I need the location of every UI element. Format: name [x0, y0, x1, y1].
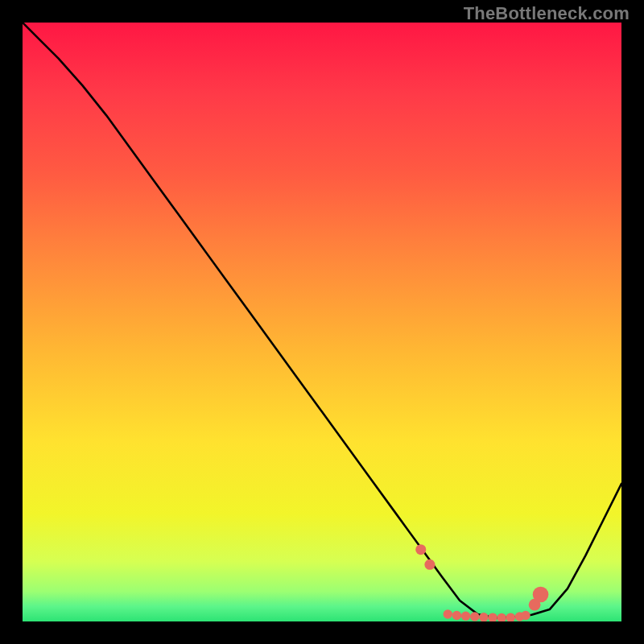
marker-dot	[415, 544, 426, 555]
marker-dot	[461, 612, 470, 621]
marker-dot	[452, 611, 461, 620]
marker-dot	[479, 613, 488, 621]
gradient-background	[23, 23, 621, 621]
watermark-label: TheBottleneck.com	[464, 3, 630, 24]
marker-dot	[424, 559, 435, 570]
marker-dot	[521, 611, 530, 620]
marker-dot	[470, 612, 479, 621]
plot-area	[23, 23, 621, 621]
marker-dot	[533, 587, 549, 603]
marker-dot	[444, 609, 452, 618]
chart-svg	[23, 23, 621, 621]
chart-frame: TheBottleneck.com	[0, 0, 644, 644]
